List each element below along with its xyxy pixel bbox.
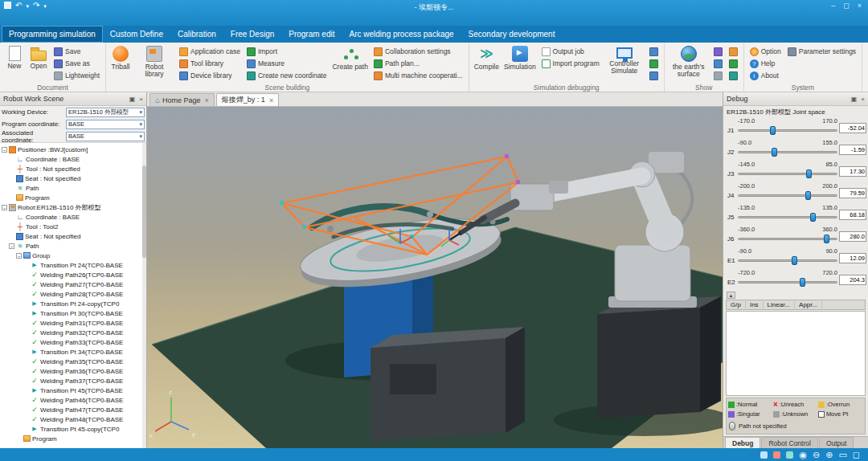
save-button[interactable]: Save	[52, 46, 101, 57]
tree-expander-icon[interactable]: -	[9, 243, 14, 249]
joint-slider-j2[interactable]	[738, 147, 837, 157]
joint-slider-j3[interactable]	[738, 169, 837, 179]
tree-item-path[interactable]: Path	[0, 183, 146, 193]
slider-handle[interactable]	[806, 169, 812, 178]
panel-tab-output[interactable]: Output	[819, 437, 854, 448]
tree-item-path[interactable]: -Path	[0, 241, 146, 251]
about-button[interactable]: About	[748, 70, 783, 81]
tree-item-welding-path28-tcp0-base[interactable]: Welding Path28(TCP0-BASE	[0, 289, 146, 299]
menu-tab-arc-welding-process-package[interactable]: Arc welding process package	[342, 26, 461, 43]
program-coordinate-select[interactable]: BASE	[66, 120, 145, 129]
tree-item-program[interactable]: Program	[0, 193, 146, 202]
joint-slider-e1[interactable]	[738, 255, 837, 266]
joint-slider-j6[interactable]	[738, 234, 837, 244]
view-eye-icon[interactable]: ◉	[799, 448, 807, 461]
document-tab-home-page[interactable]: Home Page	[149, 93, 215, 106]
tree-item-transition-pt-34-tcp0-base[interactable]: Transition Pt 34(TCP0-BASE	[0, 347, 146, 357]
tree-item-transition-pt-45-tcp0-base[interactable]: Transition Pt 45(TCP0-BASE	[0, 386, 146, 395]
zoom-in-icon[interactable]: ⊕	[825, 448, 833, 461]
document-tab-熔接焊-by-1[interactable]: 熔接焊_by : 1	[216, 93, 279, 106]
joint-slider-j1[interactable]	[738, 125, 837, 136]
show-tool-button-6[interactable]	[727, 70, 739, 81]
sim-tool-button-1[interactable]	[648, 46, 660, 57]
maximize-icon[interactable]	[843, 2, 849, 10]
tree-item-tool-not-specified[interactable]: Tool : Not specified	[0, 164, 146, 173]
close-panel-icon[interactable]	[139, 96, 143, 103]
menu-tab-program-edit[interactable]: Program edit	[281, 26, 342, 43]
menu-tab-programming-simulation[interactable]: Programming simulation	[2, 26, 103, 43]
menu-tab-calibration[interactable]: Calibration	[170, 26, 223, 43]
scroll-up-icon[interactable]	[727, 292, 735, 299]
joint-value-box[interactable]: 280.0	[839, 231, 866, 242]
open-button[interactable]: Open	[27, 44, 51, 70]
tree-scrollbar[interactable]	[142, 143, 146, 448]
joint-value-box[interactable]: 68.18	[839, 210, 866, 220]
multi-machine-button[interactable]: Multi machine cooperati...	[372, 70, 465, 81]
tree-item-welding-path46-tcp0-base[interactable]: Welding Path46(TCP0-BASE	[0, 395, 146, 405]
scene-3d-view[interactable]: z x y	[147, 107, 723, 448]
tree-item-welding-path33-tcp0-base[interactable]: Welding Path33(TCP0-BASE	[0, 337, 146, 347]
tree-item-transition-pt-45-copy-tcp0[interactable]: Transition Pt 45-copy(TCP0	[0, 424, 146, 434]
menu-tab-custom-define[interactable]: Custom Define	[103, 26, 170, 43]
slider-handle[interactable]	[810, 213, 816, 222]
collaboration-settings-button[interactable]: Collaboration settings	[372, 46, 465, 57]
slider-handle[interactable]	[805, 191, 811, 200]
tree-expander-icon[interactable]: -	[2, 147, 7, 153]
associated-coordinate-select[interactable]: BASE	[66, 132, 145, 141]
zoom-out-icon[interactable]: ⊖	[813, 448, 820, 461]
simulation-button[interactable]: Simulation	[502, 44, 538, 71]
path-plan-button[interactable]: Path plan...	[372, 58, 465, 69]
option-button[interactable]: Option	[748, 46, 783, 57]
tree-item-welding-path48-tcp0-base[interactable]: Welding Path48(TCP0-BASE	[0, 414, 146, 424]
pin-panel-icon[interactable]	[129, 96, 136, 103]
list-header-ins[interactable]: Ins	[746, 301, 764, 308]
tree-item-program[interactable]: Program	[0, 434, 146, 443]
tree-item-coordinate-base[interactable]: Coordinate : BASE	[0, 212, 146, 222]
slider-handle[interactable]	[772, 148, 777, 157]
joint-slider-j5[interactable]	[738, 212, 837, 222]
parameter-settings-button[interactable]: Parameter settings	[786, 46, 858, 57]
measure-button[interactable]: Measure	[245, 58, 329, 69]
joint-value-box[interactable]: -52.04	[839, 123, 866, 133]
tree-item-seat-not-specified[interactable]: Seat : Not specified	[0, 173, 146, 183]
tree-item-coordinate-base[interactable]: Coordinate : BASE	[0, 154, 146, 164]
joint-value-box[interactable]: 17.30	[839, 166, 866, 177]
slider-handle[interactable]	[770, 126, 776, 135]
tree-item-welding-path26-tcp0-base[interactable]: Welding Path26(TCP0-BASE	[0, 270, 146, 279]
close-tab-icon[interactable]	[268, 96, 273, 104]
close-panel-icon[interactable]	[861, 96, 865, 103]
tree-item-positioner-bwj-custom[interactable]: -Positioner :BWJ[custom]	[0, 145, 146, 154]
pin-panel-icon[interactable]	[851, 96, 858, 103]
menu-tab-free-design[interactable]: Free Design	[223, 26, 281, 43]
new-button[interactable]: New	[2, 44, 27, 70]
list-header-appr[interactable]: Appr...	[795, 301, 822, 308]
slider-handle[interactable]	[792, 256, 797, 265]
tree-item-welding-path32-tcp0-base[interactable]: Welding Path32(TCP0-BASE	[0, 328, 146, 337]
tree-expander-icon[interactable]: -	[2, 205, 7, 210]
show-tool-button-2[interactable]	[712, 58, 724, 69]
tree-item-tool-tool2[interactable]: Tool : Tool2	[0, 222, 146, 231]
save-as-button[interactable]: Save as	[52, 58, 101, 69]
close-tab-icon[interactable]	[203, 96, 209, 104]
working-device-select[interactable]: ER12B-1510 外部模型	[66, 108, 145, 117]
robot-library-button[interactable]: Robot library	[133, 44, 176, 79]
slider-handle[interactable]	[824, 235, 829, 243]
joint-slider-j4[interactable]	[738, 190, 837, 201]
point-list[interactable]	[726, 311, 866, 396]
tree-item-transition-pt-24-copy-tcp0[interactable]: Transition Pt 24-copy(TCP0	[0, 299, 146, 308]
status-teal-icon[interactable]	[786, 451, 793, 459]
show-tool-button-4[interactable]	[727, 46, 739, 57]
zoom-window-icon[interactable]: ▭	[838, 448, 846, 461]
joint-slider-e2[interactable]	[738, 277, 837, 288]
status-red-icon[interactable]	[773, 451, 780, 459]
device-library-button[interactable]: Device library	[178, 70, 242, 81]
show-tool-button-1[interactable]	[712, 46, 724, 57]
tree-item-welding-path35-tcp0-base[interactable]: Welding Path35(TCP0-BASE	[0, 357, 146, 366]
tree-item-group[interactable]: -Group	[0, 251, 146, 260]
sim-tool-button-3[interactable]	[648, 70, 660, 81]
status-blue-icon[interactable]	[760, 451, 768, 459]
joint-value-box[interactable]: 204.3	[839, 275, 866, 285]
tree-expander-icon[interactable]: -	[16, 253, 22, 259]
help-button[interactable]: Help	[748, 58, 783, 69]
show-tool-button-5[interactable]	[727, 58, 739, 69]
